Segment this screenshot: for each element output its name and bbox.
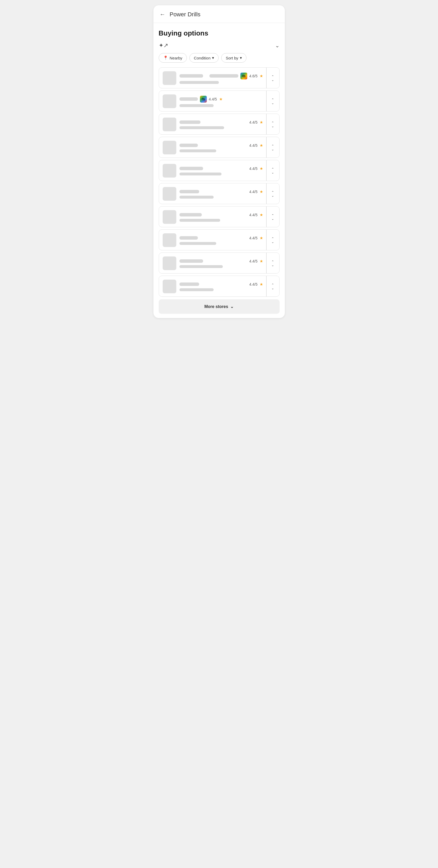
header: ← Power Drills [154,5,285,23]
product-price-bar [179,126,224,129]
divider [266,183,267,204]
condition-filter-button[interactable]: Condition ▾ [190,53,218,63]
expand-button[interactable]: ⌃ ⌄ [270,97,276,106]
buying-options-title: Buying options [159,29,279,37]
expand-button[interactable]: ⌃ ⌄ [270,236,276,245]
product-name-bar [179,121,200,124]
product-thumbnail [163,256,176,270]
filter-row: 📍 Nearby Condition ▾ Sort by ▾ [159,53,279,63]
product-name-bar [179,190,199,193]
page-title: Power Drills [170,11,200,18]
product-name-bar [179,97,198,101]
chevron-up-icon: ⌃ [271,260,274,263]
list-item: 🛍 4.4/5 ★ ⌃ ⌄ [159,91,279,112]
expand-button[interactable]: ⌃ ⌄ [270,259,276,268]
expand-button[interactable]: ⌃ ⌄ [270,74,276,83]
main-card: ← Power Drills Buying options ✦↗ ⌄ 📍 Nea… [154,5,285,318]
product-price-bar [179,242,216,245]
info-top: 🛍 4.4/5 ★ [179,96,263,102]
product-thumbnail [163,71,176,85]
chevron-down-icon: ⌄ [271,148,274,151]
info-top: 4.4/5 ★ [179,143,263,148]
divider [266,207,267,227]
list-item: 4.4/5 ★ ⌃ ⌄ [159,183,279,204]
rating-text: 4.4/5 [249,190,258,194]
chevron-down-icon: ⌄ [271,194,274,197]
product-thumbnail [163,280,176,293]
ai-row: ✦↗ ⌄ [159,42,279,49]
rating-text: 4.4/5 [249,282,258,286]
nearby-filter-button[interactable]: 📍 Nearby [159,53,187,63]
chevron-down-icon: ⌄ [271,264,274,267]
chevron-up-icon: ⌃ [271,283,274,286]
expand-button[interactable]: ⌃ ⌄ [270,282,276,291]
more-stores-chevron-icon: ⌄ [230,304,234,309]
product-name-bar2 [209,74,238,78]
list-item: 4.4/5 ★ ⌃ ⌄ [159,229,279,250]
list-item: 4.4/5 ★ ⌃ ⌄ [159,160,279,181]
rating-text: 4.4/5 [249,120,258,124]
star-icon: ★ [260,282,263,287]
chevron-up-icon: ⌃ [271,191,274,194]
rating-text: 4.6/5 [249,74,258,78]
info-top: 4.4/5 ★ [179,166,263,171]
product-price-bar [179,219,220,222]
product-price-bar [179,265,223,268]
product-info: 🛍 4.4/5 ★ [179,96,263,107]
product-info: 4.4/5 ★ [179,236,263,245]
back-button[interactable]: ← [160,11,166,18]
more-stores-label: More stores [204,304,228,309]
main-content: Buying options ✦↗ ⌄ 📍 Nearby Condition ▾… [154,23,285,318]
google-shopping-badge: 🛍 [240,72,247,80]
list-item: 4.4/5 ★ ⌃ ⌄ [159,276,279,297]
info-top: 4.4/5 ★ [179,282,263,287]
rating-text: 4.4/5 [249,236,258,240]
expand-button[interactable]: ⌃ ⌄ [270,213,276,221]
divider [266,276,267,297]
product-name-bar [179,144,198,147]
star-icon: ★ [219,97,223,101]
expand-button[interactable]: ⌃ ⌄ [270,190,276,198]
divider [266,229,267,250]
chevron-up-icon: ⌃ [271,145,274,148]
product-list: 🛍 4.6/5 ★ ⌃ ⌄ 🛍 [159,67,279,297]
nearby-label: Nearby [170,56,182,60]
product-info: 4.4/5 ★ [179,189,263,198]
chevron-up-icon: ⌃ [271,98,274,101]
chevron-down-icon: ⌄ [271,101,274,105]
info-top: 🛍 4.6/5 ★ [179,72,263,80]
chevron-up-icon: ⌃ [271,237,274,240]
divider [266,253,267,273]
expand-button[interactable]: ⌃ ⌄ [270,120,276,129]
product-thumbnail [163,164,176,178]
product-thumbnail [163,118,176,131]
product-price-bar [179,288,214,291]
divider [266,137,267,158]
chevron-down-icon: ⌄ [271,287,274,290]
product-thumbnail [163,187,176,201]
rating-text: 4.4/5 [249,259,258,263]
info-top: 4.4/5 ★ [179,236,263,240]
list-item: 🛍 4.6/5 ★ ⌃ ⌄ [159,67,279,88]
product-info: 4.4/5 ★ [179,120,263,129]
chevron-down-icon: ⌄ [271,240,274,244]
star-icon: ★ [260,143,263,148]
product-info: 4.4/5 ★ [179,213,263,222]
list-item: 4.4/5 ★ ⌃ ⌄ [159,114,279,135]
chevron-down-icon: ⌄ [271,171,274,174]
star-icon: ★ [260,259,263,264]
expand-button[interactable]: ⌃ ⌄ [270,143,276,152]
product-name-bar [179,167,203,170]
divider [266,68,267,88]
back-arrow-icon: ← [160,11,166,18]
star-icon: ★ [260,236,263,240]
product-name-bar [179,282,199,286]
condition-chevron-icon: ▾ [212,56,214,60]
star-icon: ★ [260,213,263,217]
more-stores-button[interactable]: More stores ⌄ [159,299,279,314]
expand-button[interactable]: ⌃ ⌄ [270,166,276,175]
chevron-down-icon: ⌄ [271,79,274,82]
collapse-icon[interactable]: ⌄ [275,42,279,49]
sortby-filter-button[interactable]: Sort by ▾ [221,53,246,63]
divider [266,114,267,134]
